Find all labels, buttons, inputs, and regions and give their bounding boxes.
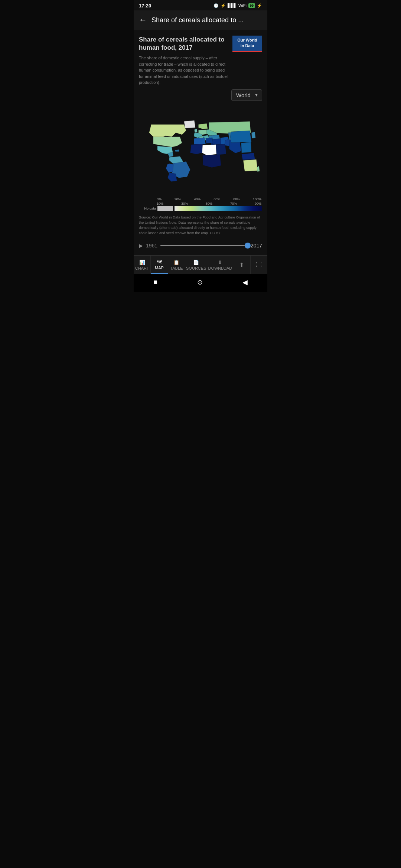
dropdown-row: World xyxy=(139,89,262,101)
tab-map[interactable]: 🗺 MAP xyxy=(151,256,168,274)
tab-table[interactable]: 📋 TABLE xyxy=(168,256,185,274)
legend-nodata-box xyxy=(157,206,173,211)
map-tab-icon: 🗺 xyxy=(157,259,162,265)
top-nav: ← Share of cereals allocated to ... xyxy=(134,10,267,30)
legend-gradient xyxy=(175,206,262,211)
timeline-row: ▶ 1961 2017 xyxy=(139,240,262,251)
timeline-track[interactable] xyxy=(160,245,248,246)
android-square-btn[interactable]: ■ xyxy=(153,278,157,286)
download-tab-icon: ⬇ xyxy=(218,260,222,265)
tab-sources[interactable]: 📄 SOURCES xyxy=(185,256,207,274)
back-button[interactable]: ← xyxy=(139,15,147,25)
chart-subtitle: The share of domestic cereal supply – af… xyxy=(139,55,229,86)
year-end: 2017 xyxy=(251,243,262,249)
sources-tab-icon: 📄 xyxy=(193,260,199,265)
world-dropdown[interactable]: World xyxy=(231,89,262,101)
status-bar: 17:20 🕐 ⚡ ▋▋▋ WiFi 99 ⚡ xyxy=(134,0,267,10)
chart-header: Share of cereals allocated to human food… xyxy=(139,36,262,86)
tab-fullscreen[interactable]: ⛶ xyxy=(251,256,267,274)
tab-chart-label: CHART xyxy=(135,266,149,270)
tab-table-label: TABLE xyxy=(170,266,183,270)
chart-title-block: Share of cereals allocated to human food… xyxy=(139,36,229,86)
bluetooth-icon: ⚡ xyxy=(221,3,226,8)
legend-section: 0% 20% 40% 60% 80% 100% 10% 30% 50% 70% … xyxy=(139,197,262,211)
nav-title: Share of cereals allocated to ... xyxy=(151,16,244,24)
owid-logo[interactable]: Our World in Data xyxy=(232,36,262,52)
tab-download[interactable]: ⬇ DOWNLOAD xyxy=(207,256,233,274)
legend-row: No data xyxy=(139,206,262,211)
signal-icon: ▋▋▋ xyxy=(228,3,237,8)
status-icons: 🕐 ⚡ ▋▋▋ WiFi 99 ⚡ xyxy=(213,3,262,8)
android-home-btn[interactable]: ⊙ xyxy=(197,278,203,286)
alarm-icon: 🕐 xyxy=(213,3,219,8)
timeline-fill xyxy=(160,245,245,246)
tab-share[interactable]: ⬆ xyxy=(233,256,250,274)
tab-chart[interactable]: 📊 CHART xyxy=(134,256,151,274)
map-container xyxy=(139,105,262,194)
table-tab-icon: 📋 xyxy=(173,260,179,265)
fullscreen-icon: ⛶ xyxy=(256,262,262,268)
android-back-btn[interactable]: ◀ xyxy=(242,278,248,286)
tab-map-label: MAP xyxy=(155,266,164,270)
chart-title: Share of cereals allocated to human food… xyxy=(139,36,229,52)
android-nav: ■ ⊙ ◀ xyxy=(134,274,267,292)
main-content: Share of cereals allocated to human food… xyxy=(134,30,267,255)
tab-download-label: DOWNLOAD xyxy=(208,266,232,270)
status-time: 17:20 xyxy=(139,3,151,9)
dropdown-wrapper[interactable]: World xyxy=(231,89,262,101)
charging-icon: ⚡ xyxy=(257,3,262,8)
play-button[interactable]: ▶ xyxy=(139,243,143,249)
tab-bar: 📊 CHART 🗺 MAP 📋 TABLE 📄 SOURCES ⬇ DOWNLO… xyxy=(134,255,267,274)
year-start: 1961 xyxy=(146,243,157,249)
timeline-thumb[interactable] xyxy=(245,243,251,249)
battery-icon: 99 xyxy=(248,3,255,8)
wifi-icon: WiFi xyxy=(238,3,247,8)
source-text: Source: Our World in Data based on the F… xyxy=(139,215,262,236)
legend-nodata-label: No data xyxy=(139,207,156,210)
tab-sources-label: SOURCES xyxy=(186,266,206,270)
chart-tab-icon: 📊 xyxy=(139,260,145,265)
share-icon: ⬆ xyxy=(239,262,244,269)
world-map-svg xyxy=(139,105,262,194)
